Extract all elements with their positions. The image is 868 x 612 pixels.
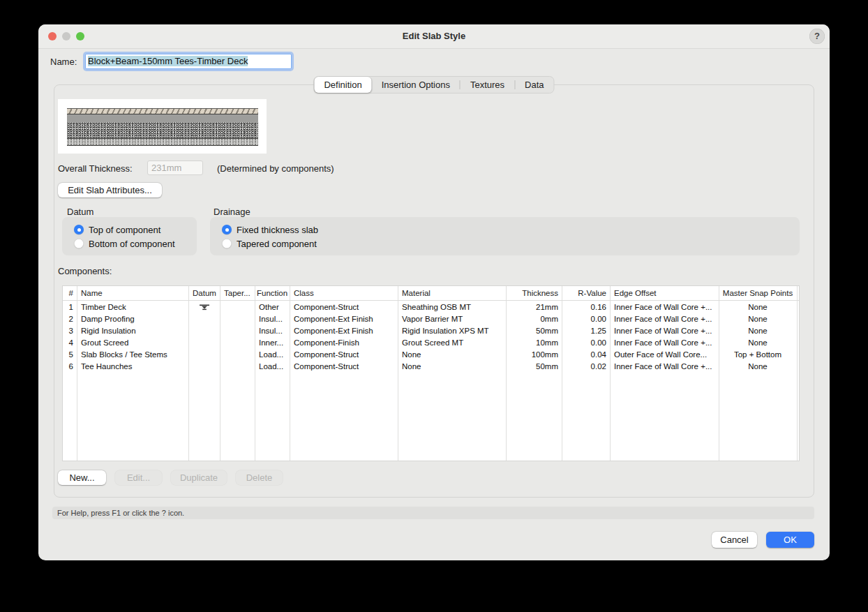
col-header-material: Material: [398, 289, 506, 297]
row-class: Component-Struct: [290, 303, 398, 311]
datum-option-top[interactable]: Top of component: [74, 224, 160, 235]
col-header-thickness: Thickness: [506, 289, 562, 297]
name-label: Name:: [50, 57, 77, 67]
tab-definition[interactable]: Definition: [314, 77, 371, 93]
row-material: Grout Screed MT: [398, 338, 506, 347]
row-material: None: [398, 362, 506, 371]
table-row[interactable]: 1 Timber Deck Other Component-Struct She…: [63, 301, 799, 313]
cancel-button[interactable]: Cancel: [712, 532, 757, 548]
delete-button: Delete: [236, 470, 283, 485]
row-function: Insul...: [255, 315, 290, 323]
row-function: Insul...: [255, 327, 290, 335]
haunch-layer: [67, 139, 258, 146]
row-class: Component-Finish: [290, 338, 398, 347]
row-snap: None: [719, 303, 797, 311]
row-material: None: [398, 350, 506, 359]
col-header-function: Function: [255, 289, 290, 297]
row-edge-offset: Inner Face of Wall Core +...: [610, 327, 719, 335]
col-header-class: Class: [290, 289, 398, 297]
drainage-option-fixed[interactable]: Fixed thickness slab: [222, 224, 318, 235]
row-edge-offset: Inner Face of Wall Core +...: [610, 303, 719, 311]
row-r-value: 0.02: [562, 362, 610, 371]
row-material: Rigid Insulation XPS MT: [398, 327, 506, 335]
tab-data[interactable]: Data: [515, 77, 553, 93]
row-thickness: 50mm: [506, 327, 562, 335]
edit-slab-style-dialog: Edit Slab Style ? Name: Block+Beam-150mm…: [38, 24, 830, 560]
row-edge-offset: Outer Face of Wall Core...: [610, 350, 719, 359]
datum-option-bottom[interactable]: Bottom of component: [74, 238, 175, 249]
row-thickness: 10mm: [506, 338, 562, 347]
row-thickness: 50mm: [506, 362, 562, 371]
row-r-value: 0.16: [562, 303, 610, 311]
edit-button: Edit...: [115, 470, 162, 485]
drainage-option-tapered[interactable]: Tapered component: [222, 238, 317, 249]
row-snap: None: [719, 315, 797, 323]
col-header-edge-offset: Edge Offset: [610, 289, 719, 297]
row-num: 3: [63, 327, 77, 335]
insulation-layer: [67, 114, 258, 122]
table-row[interactable]: 5 Slab Blocks / Tee Stems Load... Compon…: [63, 348, 799, 360]
datum-group-label: Datum: [67, 207, 93, 217]
help-status-bar: For Help, press F1 or click the ? icon.: [52, 507, 814, 519]
help-icon[interactable]: ?: [809, 29, 825, 44]
row-r-value: 0.00: [562, 315, 610, 323]
col-header-taper: Taper...: [220, 289, 255, 297]
row-thickness: 21mm: [506, 303, 562, 311]
close-button[interactable]: [48, 32, 57, 40]
row-name: Rigid Insulation: [77, 327, 188, 335]
row-name: Slab Blocks / Tee Stems: [77, 350, 188, 359]
row-class: Component-Struct: [290, 362, 398, 371]
row-name: Grout Screed: [77, 338, 188, 347]
radio-unselected-icon[interactable]: [74, 239, 84, 248]
zoom-button[interactable]: [76, 32, 84, 40]
radio-selected-icon[interactable]: [222, 225, 232, 234]
row-thickness: 100mm: [506, 350, 562, 359]
row-snap: None: [719, 338, 797, 347]
new-button[interactable]: New...: [58, 470, 106, 485]
row-name: Timber Deck: [77, 303, 188, 311]
row-class: Component-Ext Finish: [290, 315, 398, 323]
row-snap: None: [719, 327, 797, 335]
tab-insertion-options[interactable]: Insertion Options: [372, 77, 460, 93]
row-num: 4: [63, 338, 77, 347]
components-table[interactable]: # Name Datum Taper... Function Class Mat…: [62, 285, 800, 461]
table-row[interactable]: 2 Damp Proofing Insul... Component-Ext F…: [63, 313, 799, 324]
row-num: 2: [63, 315, 77, 323]
slab-preview: [58, 99, 267, 154]
block-beam-layer: [67, 122, 258, 139]
table-row[interactable]: 3 Rigid Insulation Insul... Component-Ex…: [63, 324, 799, 336]
overall-thickness-note: (Determined by components): [217, 163, 334, 174]
col-header-r-value: R-Value: [562, 289, 610, 297]
duplicate-button: Duplicate: [171, 470, 227, 485]
row-num: 5: [63, 350, 77, 359]
drainage-group-label: Drainage: [214, 207, 250, 217]
datum-group-box: Top of component Bottom of component: [62, 217, 197, 255]
radio-label: Tapered component: [237, 239, 317, 249]
datum-marker-icon: [188, 303, 220, 311]
row-num: 1: [63, 303, 77, 311]
row-snap: None: [719, 362, 797, 371]
radio-unselected-icon[interactable]: [222, 239, 232, 248]
radio-label: Bottom of component: [89, 239, 175, 249]
radio-label: Fixed thickness slab: [237, 225, 318, 235]
overall-thickness-field: 231mm: [147, 161, 203, 175]
overall-thickness-label: Overall Thickness:: [58, 163, 133, 174]
components-label: Components:: [58, 266, 112, 276]
row-class: Component-Ext Finish: [290, 327, 398, 335]
row-edge-offset: Inner Face of Wall Core +...: [610, 338, 719, 347]
name-input[interactable]: Block+Beam-150mm Tees-Timber Deck: [85, 54, 292, 69]
tab-textures[interactable]: Textures: [461, 77, 514, 93]
table-header-row: # Name Datum Taper... Function Class Mat…: [63, 286, 799, 301]
radio-selected-icon[interactable]: [74, 225, 84, 234]
edit-slab-attributes-button[interactable]: Edit Slab Attributes...: [58, 183, 162, 197]
definition-tab-panel: Overall Thickness: 231mm (Determined by …: [54, 84, 814, 498]
row-r-value: 0.04: [562, 350, 610, 359]
ok-button[interactable]: OK: [766, 532, 814, 548]
traffic-lights: [48, 32, 84, 40]
row-name: Tee Haunches: [77, 362, 188, 371]
table-row[interactable]: 6 Tee Haunches Load... Component-Struct …: [63, 360, 799, 372]
title-bar: Edit Slab Style ?: [38, 24, 830, 49]
name-input-selected-text: Block+Beam-150mm Tees-Timber Deck: [88, 56, 248, 66]
col-header-datum: Datum: [188, 289, 220, 297]
table-row[interactable]: 4 Grout Screed Inner... Component-Finish…: [63, 336, 799, 348]
